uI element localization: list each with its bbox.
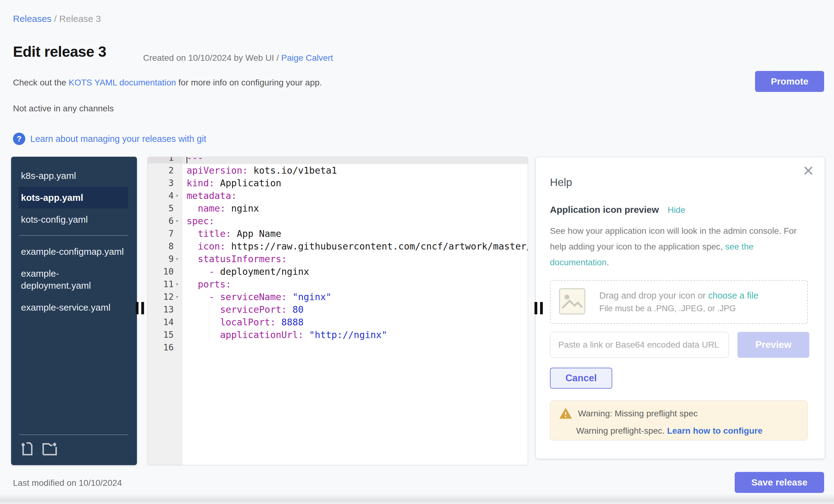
promote-button[interactable]: Promote (755, 71, 824, 92)
page-title: Edit release 3 (13, 43, 106, 60)
file-item-kots-config.yaml[interactable]: kots-config.yaml (19, 209, 128, 231)
last-modified-text: Last modified on 10/10/2024 (13, 478, 122, 488)
fold-arrow-icon[interactable]: ▾ (174, 278, 180, 290)
file-item-example-configmap.yaml[interactable]: example-configmap.yaml (19, 241, 128, 262)
file-item-k8s-app.yaml[interactable]: k8s-app.yaml (19, 165, 128, 187)
file-item-kots-app.yaml[interactable]: kots-app.yaml (19, 187, 128, 209)
warning-title: Warning: Missing preflight spec (578, 409, 698, 419)
code-text: ports: (182, 279, 231, 290)
help-panel-title: Help (550, 176, 811, 189)
file-item-example-deployment.yaml[interactable]: example-deployment.yaml (19, 262, 128, 297)
cancel-button[interactable]: Cancel (550, 368, 612, 389)
preflight-warning-box: Warning: Missing preflight spec Warning … (550, 400, 808, 440)
indent-guide (209, 303, 210, 341)
code-text: --- (182, 157, 203, 163)
new-folder-icon[interactable] (42, 442, 58, 457)
editor-content: 1---2apiVersion: kots.io/v1beta13kind: A… (148, 157, 528, 354)
code-text: applicationUrl: "http://nginx" (182, 329, 387, 340)
code-line-3[interactable]: 3kind: Application (148, 177, 528, 190)
breadcrumb-releases-link[interactable]: Releases (13, 14, 51, 24)
author-link[interactable]: Paige Calvert (281, 53, 333, 63)
breadcrumb-current: Release 3 (59, 14, 101, 24)
line-number: 16 (148, 342, 182, 353)
line-number: 2 (148, 165, 182, 176)
line-number: 14 (148, 317, 182, 327)
help-panel: ✕ Help Application icon preview Hide See… (535, 157, 825, 459)
code-line-7[interactable]: 7 title: App Name (148, 227, 528, 240)
code-text: localPort: 8888 (182, 317, 304, 328)
description-period: . (607, 258, 609, 267)
learn-how-to-configure-link[interactable]: Learn how to configure (667, 426, 763, 436)
line-number: 5 (148, 203, 182, 214)
icon-preview-title: Application icon preview (550, 204, 659, 215)
fold-arrow-icon[interactable]: ▾ (174, 190, 180, 202)
docs-pre: Check out the (13, 78, 69, 87)
line-number: 11▾ (148, 278, 182, 290)
choose-a-file-link[interactable]: choose a file (708, 290, 759, 301)
code-line-13[interactable]: 13 servicePort: 80 (148, 303, 528, 316)
code-text: statusInformers: (182, 254, 287, 264)
sidebar-bottom (11, 430, 137, 465)
warning-detail: Warning preflight-spec. (576, 426, 667, 436)
code-line-1[interactable]: 1--- (148, 157, 528, 164)
code-text: metadata: (182, 190, 237, 201)
footer-shadow (0, 494, 834, 504)
code-text: name: nginx (182, 203, 259, 214)
git-help-link[interactable]: ? Learn about managing your releases wit… (13, 133, 206, 145)
line-number: 1 (148, 157, 182, 163)
close-icon[interactable]: ✕ (802, 164, 814, 178)
hide-link[interactable]: Hide (667, 205, 685, 215)
code-line-2[interactable]: 2apiVersion: kots.io/v1beta1 (148, 164, 528, 177)
fold-arrow-icon[interactable]: ▾ (174, 290, 180, 303)
line-number: 13 (148, 304, 182, 314)
code-line-14[interactable]: 14 localPort: 8888 (148, 316, 528, 328)
code-text: title: App Name (182, 228, 281, 239)
code-text: spec: (182, 216, 214, 226)
code-text: servicePort: 80 (182, 304, 304, 315)
code-line-8[interactable]: 8 icon: https://raw.githubusercontent.co… (148, 240, 528, 253)
file-tree-sidebar: k8s-app.yamlkots-app.yamlkots-config.yam… (11, 157, 137, 465)
dropzone-text: Drag and drop your icon or (599, 290, 708, 301)
created-line: Created on 10/10/2024 by Web UI / Paige … (143, 53, 333, 63)
docs-line: Check out the KOTS YAML documentation fo… (13, 78, 322, 88)
code-line-9[interactable]: 9▾ statusInformers: (148, 253, 528, 265)
dropzone-file-types: File must be a .PNG, .JPEG, or .JPG (599, 304, 759, 313)
code-line-12[interactable]: 12▾ - serviceName: "nginx" (148, 290, 528, 303)
code-line-15[interactable]: 15 applicationUrl: "http://nginx" (148, 328, 528, 341)
fold-arrow-icon[interactable]: ▾ (174, 253, 180, 265)
line-number: 12▾ (148, 290, 182, 303)
save-release-button[interactable]: Save release (735, 472, 824, 493)
code-text: kind: Application (182, 178, 281, 189)
line-number: 4▾ (148, 190, 182, 202)
breadcrumb: Releases / Release 3 (13, 14, 101, 24)
code-line-5[interactable]: 5 name: nginx (148, 202, 528, 215)
icon-url-input[interactable] (550, 332, 729, 358)
code-line-4[interactable]: 4▾metadata: (148, 190, 528, 202)
text-cursor (186, 157, 187, 163)
fold-arrow-icon[interactable]: ▾ (174, 215, 180, 227)
icon-dropzone[interactable]: Drag and drop your icon or choose a file… (550, 280, 808, 324)
sidebar-resize-handle[interactable] (136, 302, 144, 314)
channel-status-text: Not active in any channels (13, 104, 114, 113)
file-group-divider (19, 235, 128, 236)
image-placeholder-icon (558, 288, 586, 316)
line-number: 10 (148, 266, 182, 277)
code-text: apiVersion: kots.io/v1beta1 (182, 165, 337, 176)
breadcrumb-separator: / (51, 14, 59, 24)
docs-post: for more info on configuring your app. (176, 78, 322, 87)
git-help-label: Learn about managing your releases with … (30, 134, 206, 144)
help-panel-resize-handle[interactable] (534, 302, 543, 314)
yaml-editor[interactable]: 1---2apiVersion: kots.io/v1beta13kind: A… (148, 157, 528, 465)
code-line-16[interactable]: 16 (148, 341, 528, 354)
code-line-10[interactable]: 10 - deployment/nginx (148, 265, 528, 278)
kots-yaml-docs-link[interactable]: KOTS YAML documentation (69, 78, 176, 87)
file-item-example-service.yaml[interactable]: example-service.yaml (19, 297, 128, 318)
new-file-icon[interactable] (20, 442, 35, 457)
line-number: 8 (148, 241, 182, 251)
line-number: 15 (148, 330, 182, 340)
preview-button[interactable]: Preview (738, 332, 809, 358)
code-line-6[interactable]: 6▾spec: (148, 215, 528, 227)
code-line-11[interactable]: 11▾ ports: (148, 278, 528, 290)
code-text: - deployment/nginx (182, 266, 309, 277)
description-text: See how your application icon will look … (550, 226, 797, 251)
